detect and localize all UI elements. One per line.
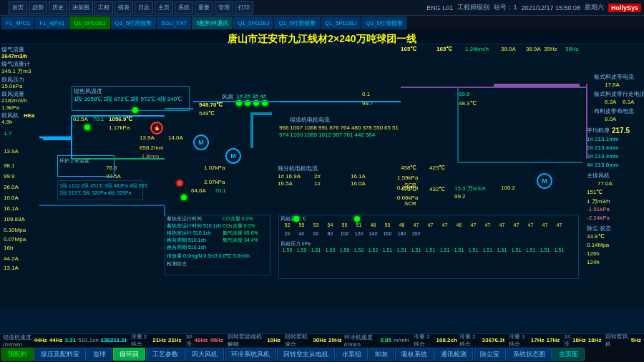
btn-pump[interactable]: 水泵组 [336,348,368,361]
btn-print[interactable]: 打印 [235,1,253,14]
btn-cool-fans[interactable]: 环冷系统风机 [225,348,276,361]
btn-log[interactable]: 日志 [135,1,153,14]
btn-coal-mix[interactable]: 煤压及配料室 [34,348,86,361]
led-green-2 [181,195,187,200]
btn-system[interactable]: 系统 [175,1,193,14]
cur7: 442 [354,132,364,138]
tab-9[interactable]: Q1_5打滑报警 [361,16,407,29]
p1-02: 1.02kPa [204,165,225,171]
fc1: 4# [295,231,308,236]
btn-important[interactable]: 重要 [195,1,213,14]
holly-brand: HollySys [608,4,641,12]
pipe-h3 [494,84,580,87]
btn-decision[interactable]: 决策图 [69,1,93,14]
fd-l4: 换向周期 510.1ch [167,244,206,251]
btn-unload[interactable]: 卸灰 [369,348,394,361]
val-13-1A: 13.1A [4,265,19,271]
spd11: 51 [392,124,399,131]
scr1-label: SCR [404,182,416,188]
seg-ring-label2: 冷量 2环合 [459,333,480,346]
tab-8[interactable]: Q1_5PD2BJ [321,16,361,29]
roller-speed-label: 辊道机电机电流 [290,116,330,124]
temp-165: 165℃ [401,46,416,52]
cur5: 987 [333,132,342,138]
fp13: 1.51 [452,248,466,253]
seg-ring-heat: 冷量 2环合 108.2ch 冷量 2环合 33676.3t [414,333,504,346]
btn-manage[interactable]: 管理 [215,1,233,14]
val-13-9A: 13.9A [4,148,19,155]
tab-3[interactable]: Q1_5打滑报警 [111,16,157,29]
speed-vals-row2: 974 1100 1089 1012 987 761 442 364 [279,132,375,138]
ft11: 47 [424,222,437,228]
motor-m3: M [537,173,552,189]
seg-cf1-label: 冷量 1环合 [509,333,529,346]
seg-c2-hz2: 18Hz [588,337,602,343]
ft6: 51 [352,222,366,228]
fan1-led [236,100,242,106]
dust-label: 除尘 状态 [587,225,611,233]
main-title: 唐山市迁安市九江线材2×240万吨球团一线 [0,30,644,44]
cur1: 974 [279,132,288,138]
tab-1[interactable]: F1_4炉#1 [35,16,69,29]
btn-report[interactable]: 报表 [114,1,133,14]
val-99-7: 99.7 [362,100,374,107]
btn-4fans[interactable]: 四大风机 [185,348,224,361]
seg-cooling1: 冷量 2环合 21Hz 21Hz [131,333,182,346]
btn-status-map[interactable]: 系统状态图 [507,348,552,361]
fan3-led [253,100,259,106]
tab-7[interactable]: Q1_5打滑报警 [274,16,320,29]
seg-3cold-hz1: 49Hz [195,337,208,343]
fan-col-nums: 2# 4# 6# 8# 10# 12# 14# 16# 18# 20# [280,231,423,236]
fp10: 1.51 [409,248,423,253]
lang-display: ENG L01 [426,4,453,11]
temp-62-5A: 62.5A [73,116,88,122]
tab-5[interactable]: 5配料秤通讯 [192,16,232,29]
btn-trend[interactable]: 趋势 [29,1,47,14]
furnace-data-box: 蓄热室运行时间 蓄热室运行时间 510.1ch 格热室运行 510.1ch 换向… [165,215,270,275]
btn-cycle[interactable]: 循环回 [113,348,145,361]
cloth-label: 布料皮带布电流 [594,107,634,115]
val-109-83: 109.83A [4,216,25,222]
tab-2[interactable]: Q1_5PD2BJ [69,16,109,29]
tab-6[interactable]: Q1_5PD2BJ [233,16,273,29]
fc7: 16# [381,231,394,236]
ft14: 47 [467,222,480,228]
fan-pres-row: 1.59 1.59 1.61 1.63 1.58 1.52 1.52 1.51 … [280,248,566,253]
fd-l3: 换向周期 510.1ch [167,237,206,244]
seg-cool2: 2#冷 18Hz 18Hz [564,333,601,346]
tab-4[interactable]: 5GU_TXT [157,16,191,29]
seg-envspeed-label: 环冷机速度(r/min) [344,333,379,346]
btn-ball[interactable]: 造球 [87,348,112,361]
tab-0[interactable]: F1_4PO1 [1,16,34,29]
fd-co2: CO₂含量 0.0% [223,222,255,230]
fp9: 1.51 [395,248,409,253]
ft3: 53 [309,222,323,228]
main-fan-label: 主排风机 [587,172,610,180]
btn-main[interactable]: 主页 [155,1,173,14]
ft19: 47 [538,222,552,228]
ft8: 50 [381,222,394,228]
btn-absorb[interactable]: 吸收系统 [395,348,434,361]
seg-cf1-hz2: 17Hz [547,337,560,343]
blast-flow-val2: 1.9kPa [1,104,19,111]
gas-flow-val: 3647m3/h [1,53,27,59]
btn-process[interactable]: 工艺参数 [146,348,185,361]
fp17: 1.51 [509,248,523,253]
seg-runtime-label: 510.1ch [78,337,98,343]
btn-home[interactable]: 首页 [9,1,27,14]
btn-dust[interactable]: 除尘室 [474,348,506,361]
btn-kiln-motor[interactable]: 回转空主从电机 [277,348,335,361]
cur2: 1100 [290,132,303,138]
seg-fan-val: 5Hz [631,337,641,343]
btn-pre-material[interactable]: 预配料 [1,348,34,361]
btn-engineer[interactable]: 工程 [94,1,113,14]
user-display: 工程师级别 [457,3,489,12]
seg-env-unit: m/min [394,337,409,343]
val-13-9A-2: 13.9A [140,134,155,141]
btn-history[interactable]: 历史 [49,1,67,14]
btn-main-page[interactable]: 主页面 [552,348,585,361]
temp-425: 425℃ [429,165,445,171]
main-fan-val2: 151℃ [587,189,602,195]
btn-comm[interactable]: 通讯检测 [434,348,473,361]
avg-thick-val: 217.5 [612,127,630,134]
